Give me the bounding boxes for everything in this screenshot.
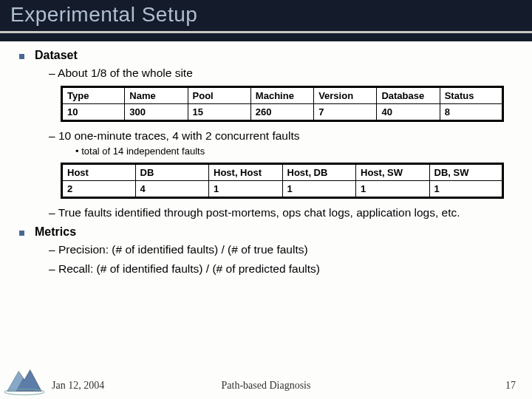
title-band: Experimental Setup	[0, 0, 532, 41]
cell: Machine	[250, 87, 313, 104]
dataset-heading: Dataset	[35, 49, 78, 62]
bullet-dataset: Dataset	[19, 49, 513, 62]
square-bullet-icon	[19, 231, 24, 236]
cell: DB	[135, 164, 209, 181]
cell: Database	[377, 87, 440, 104]
cell: 260	[250, 104, 313, 121]
metrics-heading: Metrics	[35, 225, 76, 239]
dataset-sub3: True faults identified through post-mort…	[49, 206, 513, 219]
cell: Host, DB	[282, 164, 356, 181]
dataset-table2: Host DB Host, Host Host, DB Host, SW DB,…	[61, 163, 504, 199]
dataset-sub2: 10 one-minute traces, 4 with 2 concurren…	[49, 129, 513, 143]
cell: Version	[314, 87, 377, 104]
table-row: Host DB Host, Host Host, DB Host, SW DB,…	[62, 164, 503, 181]
cell: 1	[209, 181, 283, 198]
cell: Host, Host	[209, 164, 283, 181]
square-bullet-icon	[19, 54, 24, 59]
cell: Pool	[188, 87, 250, 104]
cell: Name	[125, 87, 188, 104]
slide-title: Experimental Setup	[0, 3, 532, 27]
cell: 40	[377, 104, 440, 121]
table-row: Type Name Pool Machine Version Database …	[62, 87, 503, 104]
title-underline	[0, 31, 532, 33]
cell: 2	[62, 181, 136, 198]
cell: 8	[440, 104, 502, 121]
cell: Host	[62, 164, 136, 181]
cell: DB, SW	[429, 164, 503, 181]
cell: 1	[429, 181, 503, 198]
content-area: Dataset About 1/8 of the whole site Type…	[0, 41, 532, 276]
dataset-table1: Type Name Pool Machine Version Database …	[61, 86, 504, 122]
metrics-recall: Recall: (# of identified faults) / (# of…	[49, 262, 513, 276]
cell: 4	[135, 181, 209, 198]
cell: 15	[188, 104, 250, 121]
cell: Status	[440, 87, 502, 104]
cell: 7	[314, 104, 377, 121]
cell: 1	[356, 181, 430, 198]
metrics-precision: Precision: (# of identified faults) / (#…	[49, 243, 513, 256]
cell: 1	[282, 181, 356, 198]
table-row: 2 4 1 1 1 1	[62, 181, 503, 198]
cell: 10	[62, 104, 125, 121]
dataset-sub2a: total of 14 independent faults	[75, 146, 513, 157]
cell: Host, SW	[356, 164, 430, 181]
footer-center: Path-based Diagnosis	[0, 380, 532, 392]
dataset-sub1: About 1/8 of the whole site	[49, 66, 513, 80]
cell: 300	[125, 104, 188, 121]
table-row: 10 300 15 260 7 40 8	[62, 104, 503, 121]
cell: Type	[62, 87, 125, 104]
bullet-metrics: Metrics	[19, 225, 513, 239]
